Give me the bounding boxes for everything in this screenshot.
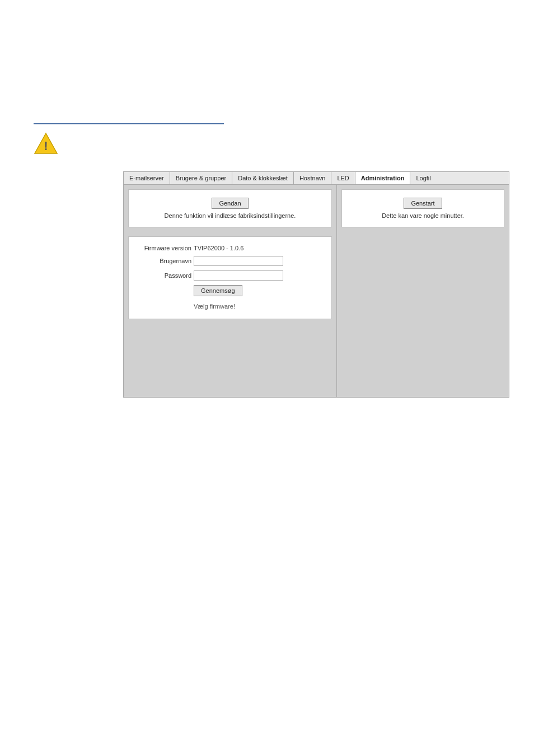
select-firmware-row: Vælg firmware! — [135, 301, 325, 310]
blue-divider — [34, 123, 224, 124]
restore-box: Gendan Denne funktion vil indlæse fabrik… — [128, 189, 332, 227]
select-firmware-label: Vælg firmware! — [194, 303, 235, 310]
username-row: Brugernavn — [135, 256, 325, 266]
tab-date[interactable]: Dato & klokkeslæt — [232, 172, 294, 184]
warning-icon: ! — [34, 132, 58, 155]
username-input[interactable] — [194, 256, 283, 266]
restart-section: Genstart Dette kan vare nogle minutter. — [349, 198, 497, 219]
left-panel: Gendan Denne funktion vil indlæse fabrik… — [124, 185, 336, 397]
tab-bar: E-mailserver Brugere & grupper Dato & kl… — [123, 171, 509, 185]
restore-description: Denne funktion vil indlæse fabriksindsti… — [165, 212, 296, 219]
restart-button[interactable]: Genstart — [404, 198, 442, 209]
svg-text:!: ! — [44, 139, 48, 153]
tab-led[interactable]: LED — [331, 172, 355, 184]
restart-description: Dette kan vare nogle minutter. — [382, 212, 464, 219]
page-wrapper: ! E-mailserver Brugere & grupper Dato & … — [0, 0, 534, 420]
firmware-box: Firmware version TVIP62000 - 1.0.6 Bruge… — [128, 236, 332, 319]
browse-button[interactable]: Gennemsøg — [194, 285, 242, 296]
right-panel: Genstart Dette kan vare nogle minutter. — [336, 185, 509, 397]
restart-box: Genstart Dette kan vare nogle minutter. — [341, 189, 504, 227]
restore-button[interactable]: Gendan — [212, 198, 248, 209]
password-row: Password — [135, 270, 325, 281]
restore-section: Gendan Denne funktion vil indlæse fabrik… — [135, 198, 325, 219]
firmware-section: Firmware version TVIP62000 - 1.0.6 Bruge… — [135, 245, 325, 311]
username-label: Brugernavn — [135, 258, 191, 264]
tab-logfile[interactable]: Logfil — [410, 172, 436, 184]
password-input[interactable] — [194, 270, 283, 281]
tab-hostname[interactable]: Hostnavn — [294, 172, 331, 184]
firmware-version-value: TVIP62000 - 1.0.6 — [194, 245, 243, 251]
tab-administration[interactable]: Administration — [355, 172, 411, 184]
tab-email[interactable]: E-mailserver — [124, 172, 170, 184]
firmware-version-label: Firmware version — [135, 245, 191, 251]
tab-users[interactable]: Brugere & grupper — [170, 172, 233, 184]
browse-row: Gennemsøg — [135, 285, 325, 296]
password-label: Password — [135, 272, 191, 279]
main-content: Gendan Denne funktion vil indlæse fabrik… — [123, 185, 509, 398]
firmware-version-row: Firmware version TVIP62000 - 1.0.6 — [135, 245, 325, 251]
